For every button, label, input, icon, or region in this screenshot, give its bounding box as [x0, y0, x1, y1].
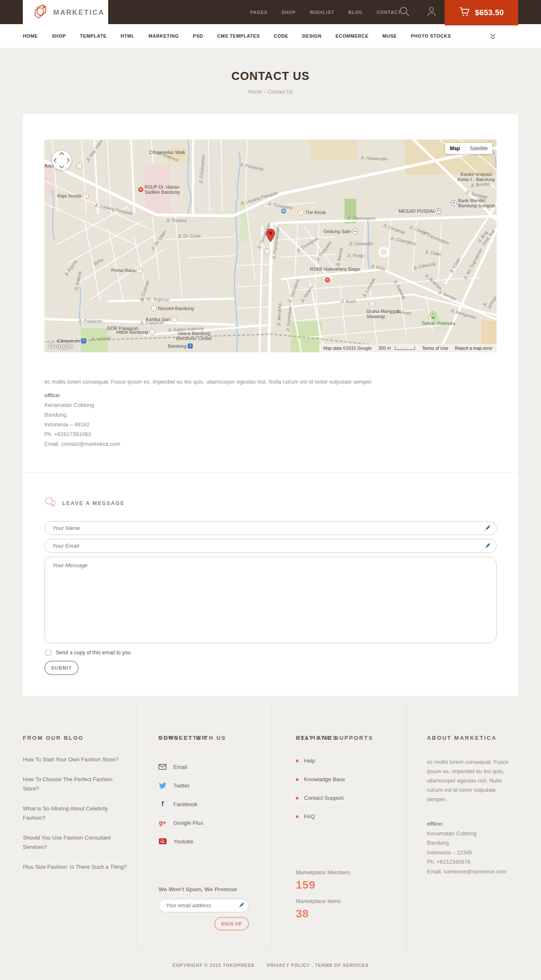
social-link-facebook[interactable]: fFacebook — [158, 795, 203, 813]
category-nav-item[interactable]: MARKETING — [148, 33, 179, 38]
map-label: Jl. Nakula — [73, 271, 82, 291]
social-link-youtube[interactable]: YouTubeYoutube — [158, 832, 203, 851]
map-poi-icon: ▪ — [369, 301, 375, 307]
map-label-text: Jl. Diponegoro — [347, 216, 376, 221]
category-nav-item[interactable]: HOME — [23, 33, 38, 38]
email-input[interactable] — [44, 539, 497, 553]
help-link[interactable]: Knowladge Base — [296, 770, 388, 789]
social-link-google-plus[interactable]: g+Google Plus — [158, 813, 203, 832]
header-nav-item[interactable]: WISHLIST — [310, 10, 334, 15]
map-label-text: Kantor Imigrasi Kelas I - Bandung — [458, 172, 495, 182]
send-copy-checkbox[interactable] — [45, 650, 51, 656]
user-icon[interactable] — [426, 6, 438, 18]
help-link-label: FAQ — [304, 813, 315, 820]
signup-button[interactable]: SIGN UP — [214, 917, 249, 931]
more-categories-button[interactable] — [490, 33, 495, 41]
blog-link[interactable]: Plus Size Fashion: Is There Such a Thing… — [23, 857, 129, 877]
map-label: Jl. Brig Jend. Kat — [476, 225, 497, 247]
map-label-text: Hilton Bandung — [116, 329, 148, 335]
category-nav-item[interactable]: CMS TEMPLATES — [217, 33, 260, 38]
cart-button[interactable]: $653.50 — [445, 0, 518, 25]
youtube-icon: YouTube — [158, 838, 167, 844]
category-nav-item[interactable]: CODE — [274, 33, 288, 38]
blog-link[interactable]: How To Start Your Own Fashion Store? — [23, 750, 129, 770]
blog-link[interactable]: Should You Use Fashion Consultant Servic… — [23, 828, 129, 857]
help-link[interactable]: Contact Support — [296, 789, 388, 807]
map-label: Jl. Bondol — [470, 181, 490, 188]
blog-column-title: FROM OUR BLOG — [23, 735, 84, 741]
google-logo[interactable]: Google — [49, 343, 73, 350]
breadcrumb-home[interactable]: Home — [248, 89, 262, 95]
office-label: office: — [427, 819, 506, 829]
email-field-wrap — [44, 539, 497, 553]
category-nav-item[interactable]: PHOTO STOCKS — [411, 33, 451, 38]
map-label-text: Istana Bandung Electronic Center — [176, 331, 212, 341]
cart-total: $653.50 — [475, 8, 504, 17]
header-nav-item[interactable]: SHOP — [281, 10, 296, 15]
map-label: Jl. Merdeka — [276, 303, 282, 327]
header-nav-item[interactable]: PAGES — [250, 10, 268, 15]
map-type-map-button[interactable]: Map — [445, 143, 465, 154]
email-icon — [158, 764, 167, 770]
map-poi-icon: • — [430, 311, 436, 317]
message-input[interactable] — [44, 557, 497, 643]
social-link-label: Google Plus — [173, 820, 203, 826]
map-label-text: Gedung Sate — [323, 229, 351, 234]
map-marker-pin[interactable] — [265, 228, 276, 243]
map-type-satellite-button[interactable]: Satellite — [465, 143, 492, 154]
search-icon[interactable] — [399, 6, 411, 18]
google-map[interactable]: Jl. Haji YasinJl. MakmurJl. PelesiranJl.… — [44, 140, 497, 352]
category-nav-item[interactable]: ECOMMERCE — [336, 33, 369, 38]
footer: FROM OUR BLOG How To Start Your Own Fash… — [23, 696, 518, 950]
name-input[interactable] — [44, 521, 497, 535]
category-nav-item[interactable]: TEMPLATE — [80, 33, 107, 38]
map-label: Bima — [93, 257, 104, 266]
category-nav-item[interactable]: DESIGN — [302, 33, 322, 38]
map-label: Jl. Tirtayasa — [314, 240, 332, 263]
address-line: Kecamatan Coblong — [427, 829, 506, 839]
category-nav-item[interactable]: HTML — [120, 33, 134, 38]
social-link-email[interactable]: Email — [158, 758, 203, 776]
map-label: Jl. Seram — [299, 285, 314, 304]
social-link-twitter[interactable]: Twitter — [158, 776, 203, 795]
newsletter-email-input[interactable] — [158, 899, 249, 912]
category-nav-item[interactable]: MUSE — [383, 33, 397, 38]
map-label: ⌂Novotel Bandung — [151, 305, 194, 311]
restaurant-map-icon: Y — [83, 193, 89, 199]
blog-list: How To Start Your Own Fashion Store?How … — [23, 750, 129, 877]
map-label-text: Jl. Pasteur — [166, 218, 187, 223]
blog-link[interactable]: What is So Alluring About Celebrity Fash… — [23, 799, 129, 828]
map-label: Jl. Progo — [347, 253, 364, 258]
address-line: Ph. +6212345678 — [427, 857, 506, 867]
bullet-icon — [296, 760, 298, 762]
twitter-icon — [158, 782, 167, 790]
address-line: Ph. +62817391083 — [44, 429, 120, 439]
map-pan-control[interactable] — [52, 151, 71, 170]
footer-divider — [407, 702, 407, 950]
header-nav-item[interactable]: BLOG — [348, 10, 363, 15]
help-list: HelpKnowladge BaseContact SupportFAQ — [296, 752, 388, 826]
category-nav-item[interactable]: PSD — [193, 33, 203, 38]
help-link-label: Knowladge Base — [304, 776, 345, 782]
report-map-error-link[interactable]: Report a map error — [455, 346, 492, 351]
blog-link[interactable]: How To Choose The Perfect Fashion Store? — [23, 770, 129, 799]
copyright-links[interactable]: PRIVACY POLICY . TERMS OF SERVICES — [267, 963, 369, 968]
header-nav-item[interactable]: CONTACT — [377, 10, 401, 15]
map-label: Jl. Dr. Otten — [150, 229, 167, 251]
terms-of-use-link[interactable]: Terms of Use — [422, 346, 448, 351]
copyright-divider — [0, 950, 541, 950]
map-label-text: Jl. Cimanuk — [383, 222, 406, 235]
map-label-text: Jl. Trunojoyo — [295, 236, 319, 253]
map-label-text: Bank Mandiri Bandung Surapati — [458, 198, 495, 208]
form-heading-label: LEAVE A MESSAGE — [62, 500, 125, 506]
map-label-text: Jl. Merdeka — [276, 303, 282, 327]
help-link[interactable]: Help — [296, 752, 388, 770]
help-link[interactable]: FAQ — [296, 807, 388, 826]
logo[interactable]: MARKETICA — [23, 0, 108, 25]
map-label-text: Jl. Dr. Otten — [150, 229, 167, 251]
submit-button[interactable]: SUBMIT — [44, 661, 79, 675]
newsletter-field-wrap — [158, 899, 249, 912]
map-label-text: Jl. Lombok — [361, 277, 376, 298]
category-nav-item[interactable]: SHOP — [52, 33, 66, 38]
map-label: Jl. Bengawan — [450, 308, 477, 320]
